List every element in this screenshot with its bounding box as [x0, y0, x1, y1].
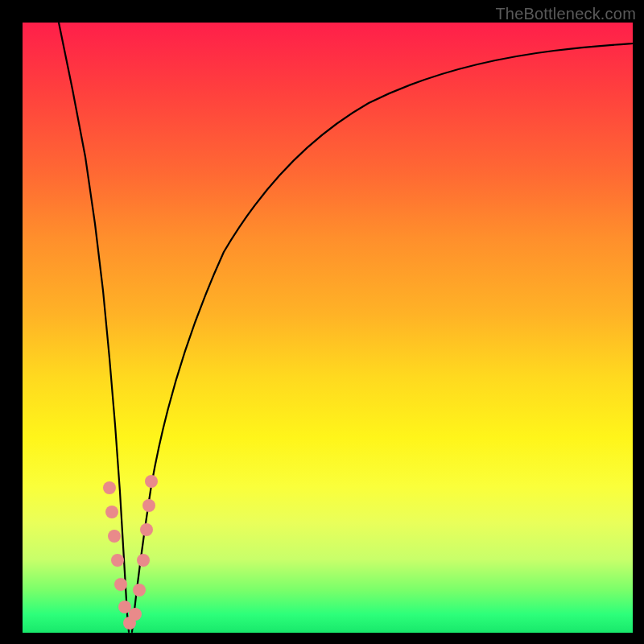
watermark-text: TheBottleneck.com [495, 5, 636, 23]
marker-dot [114, 578, 127, 591]
marker-dot [145, 475, 158, 488]
chart-frame: TheBottleneck.com [0, 0, 644, 644]
marker-dot [111, 554, 124, 567]
marker-dot [142, 499, 155, 512]
curve-right-branch [132, 43, 633, 632]
marker-dot [133, 584, 146, 597]
marker-dot [137, 554, 150, 567]
marker-dot [118, 601, 131, 613]
marker-dot [103, 481, 116, 494]
marker-dot [140, 523, 153, 536]
marker-dot [108, 530, 121, 543]
marker-dot [105, 506, 118, 518]
marker-dot [129, 608, 142, 621]
curves-layer [23, 23, 633, 633]
plot-area [23, 23, 633, 633]
